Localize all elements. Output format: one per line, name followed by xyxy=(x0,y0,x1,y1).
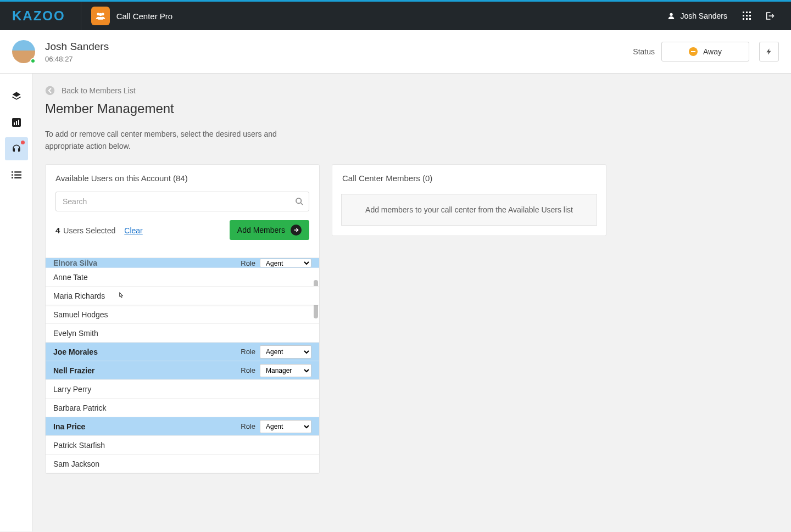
available-users-title: Available Users on this Account (84) xyxy=(46,165,319,187)
sign-out-button[interactable] xyxy=(758,11,781,21)
main-content: Back to Members List Member Management T… xyxy=(33,74,791,531)
arrow-right-circle-icon xyxy=(291,225,302,236)
user-list: Elnora Silva Role AgentManager Anne Tate… xyxy=(46,257,319,473)
role-label: Role xyxy=(241,259,255,267)
members-empty-message: Add members to your call center from the… xyxy=(341,194,597,226)
call-center-members-panel: Call Center Members (0) Add members to y… xyxy=(332,164,606,236)
svg-point-2 xyxy=(99,13,102,16)
brand-text: KAZOO xyxy=(12,8,65,24)
search-icon xyxy=(295,197,304,206)
role-select[interactable]: AgentManager xyxy=(260,345,311,359)
add-members-label: Add Members xyxy=(237,226,285,234)
grid-icon xyxy=(743,12,751,20)
user-header: Josh Sanders 06:48:27 Status Away xyxy=(0,30,791,74)
user-row[interactable]: Anne Tate xyxy=(46,268,319,287)
layers-icon xyxy=(12,91,21,101)
list-icon xyxy=(12,171,21,179)
svg-rect-5 xyxy=(746,12,748,13)
user-icon xyxy=(667,12,676,20)
svg-rect-11 xyxy=(746,18,748,20)
user-name: Anne Tate xyxy=(53,273,88,282)
back-link-text: Back to Members List xyxy=(62,86,136,95)
user-name: Elnora Silva xyxy=(53,259,97,267)
svg-point-3 xyxy=(670,13,673,16)
app-icon[interactable] xyxy=(91,7,110,25)
user-name: Nell Frazier xyxy=(53,366,94,375)
role-select[interactable]: AgentManager xyxy=(260,364,311,377)
user-row[interactable]: Larry Perry xyxy=(46,380,319,399)
clear-selection-link[interactable]: Clear xyxy=(124,226,142,235)
status-button[interactable]: Away xyxy=(661,42,749,61)
users-icon xyxy=(95,12,106,20)
selected-suffix: Users Selected xyxy=(63,226,115,235)
away-icon xyxy=(689,47,698,56)
user-row[interactable]: Joe MoralesRoleAgentManager xyxy=(46,343,319,361)
user-name: Barbara Patrick xyxy=(53,404,106,412)
role-select[interactable]: AgentManager xyxy=(260,259,311,267)
brand-logo[interactable]: KAZOO xyxy=(0,2,81,30)
svg-rect-6 xyxy=(749,12,751,13)
user-row[interactable]: Patrick Starfish xyxy=(46,436,319,455)
members-panel-title: Call Center Members (0) xyxy=(332,165,606,187)
header-user-name: Josh Sanders xyxy=(45,41,109,53)
presence-dot xyxy=(30,58,36,64)
role-label: Role xyxy=(241,348,255,356)
bar-chart-icon xyxy=(12,118,21,127)
svg-rect-4 xyxy=(743,12,744,13)
svg-rect-22 xyxy=(14,177,21,178)
svg-rect-18 xyxy=(14,171,21,172)
sidebar-item-layers[interactable] xyxy=(5,85,28,108)
user-row-partial[interactable]: Elnora Silva Role AgentManager xyxy=(46,258,319,268)
available-users-panel: Available Users on this Account (84) 4 U… xyxy=(45,164,320,474)
nav-user-menu[interactable]: Josh Sanders xyxy=(658,12,736,20)
user-name: Maria Richards xyxy=(53,292,105,300)
page-title: Member Management xyxy=(45,101,779,116)
svg-rect-14 xyxy=(14,122,15,125)
user-name: Larry Perry xyxy=(53,385,91,394)
user-row[interactable]: Maria Richards xyxy=(46,287,319,305)
nav-divider xyxy=(81,2,81,30)
selected-count: 4 xyxy=(55,226,60,235)
svg-point-24 xyxy=(296,198,301,203)
search-input[interactable] xyxy=(55,192,309,211)
quick-action-button[interactable] xyxy=(759,42,779,61)
svg-rect-8 xyxy=(746,15,748,16)
headset-icon xyxy=(12,144,21,154)
user-row[interactable]: Ina PriceRoleAgentManager xyxy=(46,417,319,436)
avatar[interactable] xyxy=(12,40,35,63)
user-name: Joe Morales xyxy=(53,348,98,356)
user-row[interactable]: Evelyn Smith xyxy=(46,324,319,343)
svg-rect-7 xyxy=(743,15,744,16)
user-row[interactable]: Barbara Patrick xyxy=(46,399,319,417)
svg-rect-9 xyxy=(749,15,751,16)
cursor-icon xyxy=(117,292,125,300)
user-name: Sam Jackson xyxy=(53,460,99,468)
add-members-button[interactable]: Add Members xyxy=(230,220,309,240)
svg-point-23 xyxy=(46,86,55,96)
svg-rect-16 xyxy=(18,120,19,125)
left-sidebar xyxy=(0,74,33,531)
svg-rect-15 xyxy=(16,121,17,125)
user-row[interactable]: Samuel Hodges xyxy=(46,305,319,324)
exit-icon xyxy=(765,11,775,21)
user-row[interactable]: Nell FrazierRoleAgentManager xyxy=(46,361,319,380)
app-name: Call Center Pro xyxy=(116,12,173,21)
svg-rect-21 xyxy=(12,177,13,178)
user-row[interactable]: Sam Jackson xyxy=(46,455,319,473)
back-link[interactable]: Back to Members List xyxy=(45,86,779,96)
nav-user-name: Josh Sanders xyxy=(680,12,727,20)
back-arrow-icon xyxy=(45,86,55,96)
status-value: Away xyxy=(703,47,722,56)
sidebar-item-analytics[interactable] xyxy=(5,111,28,134)
user-name: Evelyn Smith xyxy=(53,329,98,338)
role-label: Role xyxy=(241,422,255,430)
top-nav: KAZOO Call Center Pro Josh Sanders xyxy=(0,2,791,30)
role-select[interactable]: AgentManager xyxy=(260,420,311,433)
user-name: Ina Price xyxy=(53,422,85,431)
sidebar-item-list[interactable] xyxy=(5,164,28,187)
svg-rect-20 xyxy=(14,175,21,176)
bolt-icon xyxy=(765,47,773,57)
apps-grid-button[interactable] xyxy=(736,12,758,20)
svg-rect-19 xyxy=(12,175,13,176)
sidebar-item-agents[interactable] xyxy=(5,137,28,160)
